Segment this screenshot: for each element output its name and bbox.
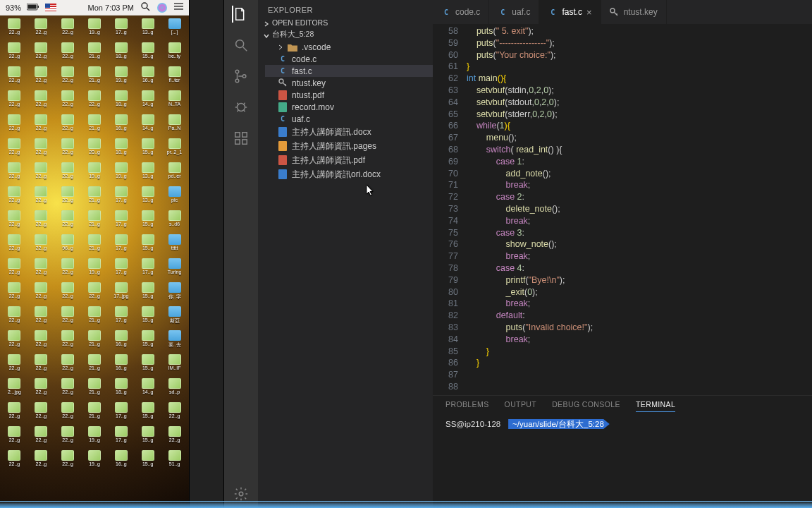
code-area[interactable]: 5859606162636465666768697071727374757677…: [433, 24, 812, 395]
desktop-file[interactable]: 19..g: [108, 66, 134, 90]
desktop-file[interactable]: 15..g: [135, 138, 161, 162]
desktop-file[interactable]: 22..g: [55, 90, 81, 114]
desktop-file[interactable]: 22..g: [28, 138, 54, 162]
desktop-file[interactable]: 15..g: [135, 450, 161, 473]
desktop-file[interactable]: 17..g: [108, 258, 134, 282]
tree-item[interactable]: Ccode.c: [265, 53, 433, 65]
desktop-file[interactable]: 22..g: [1, 66, 27, 90]
desktop-file[interactable]: 21..g: [82, 354, 108, 377]
desktop-file[interactable]: 19..g: [82, 258, 108, 282]
siri-icon[interactable]: [157, 3, 167, 13]
desktop-file[interactable]: 15..g: [135, 234, 161, 258]
tree-item[interactable]: 主持人講師資訊.docx: [265, 125, 433, 139]
desktop-file[interactable]: 18..g: [108, 138, 134, 162]
desktop-file[interactable]: 22..g: [1, 210, 27, 234]
desktop-file[interactable]: Pa..N: [161, 114, 187, 138]
desktop-file[interactable]: 13..g: [135, 186, 161, 210]
desktop-file[interactable]: 21..g: [82, 210, 108, 234]
desktop-file[interactable]: 17..g: [135, 258, 161, 282]
code-content[interactable]: puts(" 5. exit"); puts("----------------…: [467, 24, 812, 395]
desktop-file[interactable]: 22..g: [55, 210, 81, 234]
desktop-file[interactable]: 17..jpg: [108, 282, 134, 306]
desktop-file[interactable]: 13..g: [135, 162, 161, 186]
desktop-file[interactable]: 21..g: [82, 330, 108, 353]
desktop-file[interactable]: 22..g: [55, 306, 81, 329]
desktop-file[interactable]: 96..g: [55, 234, 81, 258]
desktop-file[interactable]: 21..g: [82, 306, 108, 329]
desktop-file[interactable]: 22..g: [55, 354, 81, 377]
desktop-file[interactable]: 22..g: [1, 450, 27, 473]
tree-item[interactable]: 主持人講師資訊.pdf: [265, 153, 433, 167]
desktop-file[interactable]: 22..g: [55, 138, 81, 162]
desktop-file[interactable]: 你..字: [161, 282, 187, 306]
activity-scm-icon[interactable]: [233, 68, 250, 85]
desktop-file[interactable]: pic: [161, 186, 187, 210]
desktop-file[interactable]: fl..ter: [161, 66, 187, 90]
desktop-file[interactable]: 22..g: [28, 378, 54, 401]
desktop-file[interactable]: 20..g: [82, 138, 108, 162]
desktop-file[interactable]: 22..g: [28, 258, 54, 282]
activity-explorer-icon[interactable]: [232, 6, 249, 23]
desktop-file[interactable]: 22..g: [82, 282, 108, 306]
tree-item[interactable]: ntust.pdf: [265, 89, 433, 101]
desktop-file[interactable]: 22..g: [55, 186, 81, 210]
desktop-file[interactable]: 15..g: [135, 42, 161, 66]
desktop-file[interactable]: N..TA: [161, 90, 187, 114]
desktop-file[interactable]: 15..g: [135, 402, 161, 425]
desktop-file[interactable]: 22..g: [28, 330, 54, 353]
tree-item[interactable]: record.mov: [265, 101, 433, 113]
desktop-file[interactable]: 21..g: [82, 42, 108, 66]
desktop-file[interactable]: 13..g: [135, 18, 161, 42]
desktop-file[interactable]: 22..g: [1, 162, 27, 186]
desktop-file[interactable]: 22..g: [28, 162, 54, 186]
desktop-file[interactable]: 22..g: [55, 66, 81, 90]
panel-tab[interactable]: PROBLEMS: [445, 400, 489, 412]
desktop-file[interactable]: 22..g: [1, 18, 27, 42]
desktop-file[interactable]: 19..g: [82, 426, 108, 449]
desktop-file[interactable]: 16..g: [108, 450, 134, 473]
desktop-file[interactable]: 22..g: [1, 114, 27, 138]
desktop-file[interactable]: 22..g: [55, 426, 81, 449]
desktop-file[interactable]: 19..g: [108, 162, 134, 186]
desktop-file[interactable]: 18..g: [108, 90, 134, 114]
desktop-file[interactable]: 19..g: [82, 18, 108, 42]
desktop-file[interactable]: 22..g: [28, 282, 54, 306]
desktop-file[interactable]: 22..g: [28, 210, 54, 234]
desktop-file[interactable]: 16..g: [135, 66, 161, 90]
desktop-file[interactable]: 22..g: [55, 330, 81, 353]
desktop-file[interactable]: 22..g: [1, 138, 27, 162]
desktop-file[interactable]: 22..g: [1, 354, 27, 377]
desktop-file[interactable]: IM..IF: [161, 354, 187, 377]
editor-tab[interactable]: ntust.key: [601, 0, 667, 24]
terminal-content[interactable]: SS@ip210-128 ~/yuan/slide/台科大_5:28: [433, 415, 812, 508]
desktop-file[interactable]: 22..g: [1, 258, 27, 282]
activity-extensions-icon[interactable]: [233, 130, 250, 147]
desktop-file[interactable]: 17..g: [108, 234, 134, 258]
workspace-section[interactable]: 台科大_5:28: [258, 28, 433, 41]
desktop-file[interactable]: 15..g: [135, 306, 161, 329]
desktop-file[interactable]: 22..g: [1, 186, 27, 210]
tree-item[interactable]: 主持人講師資訊ori.docx: [265, 167, 433, 181]
desktop-file[interactable]: 15..g: [135, 426, 161, 449]
desktop-file[interactable]: 2...jpg: [1, 378, 27, 401]
desktop-file[interactable]: 22..g: [1, 234, 27, 258]
desktop-file[interactable]: 17..g: [108, 426, 134, 449]
input-source-flag-icon[interactable]: [45, 4, 56, 11]
desktop-file[interactable]: 22..g: [55, 42, 81, 66]
desktop-file[interactable]: 21..g: [82, 378, 108, 401]
panel-tab[interactable]: OUTPUT: [505, 400, 537, 412]
desktop-file[interactable]: Turing: [161, 258, 187, 282]
desktop-file[interactable]: 21..g: [82, 234, 108, 258]
desktop-file[interactable]: 22..g: [28, 186, 54, 210]
desktop-file[interactable]: be..ty: [161, 42, 187, 66]
desktop-file[interactable]: 17..g: [108, 402, 134, 425]
desktop-file[interactable]: 22..g: [28, 450, 54, 473]
desktop-file[interactable]: 19..g: [82, 162, 108, 186]
desktop-file[interactable]: 22..g: [28, 66, 54, 90]
desktop-file[interactable]: 17..g: [108, 210, 134, 234]
desktop-file[interactable]: 22..g: [55, 378, 81, 401]
desktop-file[interactable]: 15..g: [135, 354, 161, 377]
desktop-file[interactable]: 16..g: [108, 330, 134, 353]
desktop-file[interactable]: 22..g: [1, 306, 27, 329]
desktop-file[interactable]: 15..g: [135, 210, 161, 234]
